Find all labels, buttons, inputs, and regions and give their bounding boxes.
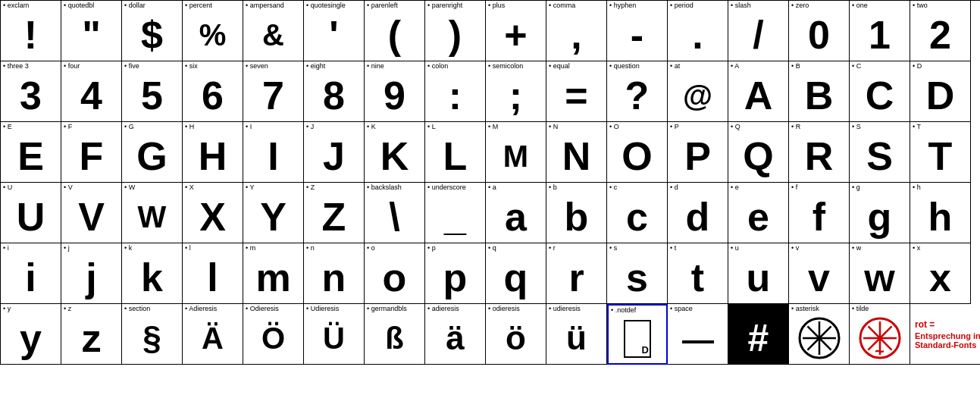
info-line1: Entsprechung in [915,331,980,340]
cell: • PP [668,122,728,183]
cell-label: • f [791,184,797,191]
cell-char: C [850,61,910,121]
cell-char: - [607,1,667,61]
cell: • nn [304,243,365,304]
cell: • udieresisü [546,304,607,365]
cell-label: • s [609,245,617,252]
cell-label: • j [64,245,70,252]
cell: • tt [668,243,728,304]
cell-label: • backslash [367,184,402,191]
cell: • ss [607,243,668,304]
cell-label: • plus [488,2,505,9]
cell-char: 6 [183,61,243,121]
cell-label: • quotesingle [306,2,346,9]
cell-label: • Udieresis [306,306,339,312]
cell: • GG [122,122,183,183]
character-map: • exclam!• quotedbl"• dollar$• percent%•… [0,0,980,365]
cell-char: D [910,61,970,121]
cell: • one1 [850,1,910,61]
cell-char: , [546,1,606,61]
cell: • oo [365,243,425,304]
cell: • six6 [183,61,243,122]
cell-label: • udieresis [549,306,581,312]
cell-label: • y [3,306,11,312]
cell-label: • eight [306,63,325,70]
cell-char: 7 [243,61,303,121]
cell-label: • comma [549,2,575,9]
cell-char: S [850,122,910,182]
cell-label: • Y [246,184,255,191]
cell-char: x [910,243,970,303]
cell-label: • m [246,245,255,252]
cell-char: _ [425,183,485,243]
cell: • semicolon; [486,61,546,122]
cell-label: • o [367,245,375,252]
cell-char: " [61,1,121,61]
cell: • LL [425,122,486,183]
cell-label: • n [306,245,315,252]
cell-label: • k [124,245,132,252]
cell-char: i [1,243,61,303]
cell-char: I [243,122,303,182]
cell: • plus+ [486,1,546,61]
cell-label: • R [791,124,800,130]
cell: • space [668,304,728,365]
cell: • UdieresisÜ [304,304,365,365]
cell-char: 9 [365,61,424,121]
cell-label: • five [124,63,139,70]
cell-char: @ [668,61,728,121]
cell: • yy [1,304,61,365]
cell-label: • M [488,124,498,130]
cell-label: • colon [427,63,448,70]
cell-label: • Adieresis [185,306,217,312]
cell-label: • slash [731,2,751,9]
cell: • CC [850,61,910,122]
cell: • OO [607,122,668,183]
cell: • qq [486,243,546,304]
cell: • DD [910,61,971,122]
info-line2: Standard-Fonts [915,340,980,350]
cell-char: j [61,243,121,303]
cell: • at@ [668,61,728,122]
cell: • backslash\ [365,183,425,243]
cell: • vv [789,243,850,304]
cell-label: • h [913,184,921,191]
cell: • period. [668,1,728,61]
cell-label: • B [791,63,800,70]
cell: • SS [850,122,910,183]
cell: • hh [910,183,971,243]
svg-line-15 [868,326,880,338]
cell-char: l [183,243,243,303]
cell: • percent% [183,1,243,61]
cell-char: A [728,61,788,121]
cell-label: • G [124,124,134,130]
cell: • comma, [546,1,607,61]
info-rot-label: rot = [915,319,980,330]
cell: • colon: [425,61,486,122]
cell-label: • section [124,306,150,312]
numbersign-display: # [728,304,788,364]
cell-char: n [304,243,364,303]
cell-char: / [728,1,788,61]
row-3: • UU• VV• WW• XX• YY• ZZ• backslash\• un… [1,183,980,243]
cell: • rr [546,243,607,304]
cell-label: • b [549,184,557,191]
cell-label: • two [913,2,928,9]
cell-char: T [910,122,970,182]
cell-char: a [486,183,546,243]
cell-label: • W [124,184,135,191]
cell-char: Y [243,183,303,243]
cell-char: \ [365,183,424,243]
cell: • TT [910,122,971,183]
cell-char: J [304,122,364,182]
cell-char: $ [122,1,182,61]
cell: • JJ [304,122,365,183]
cell-char: f [789,183,849,243]
cell-label: • seven [246,63,268,70]
cell: • UU [1,183,61,243]
cell-char: c [607,183,667,243]
cell-char: q [486,243,546,303]
cell-char: L [425,122,485,182]
cell-label: • H [185,124,194,130]
cell-char: N [546,122,606,182]
